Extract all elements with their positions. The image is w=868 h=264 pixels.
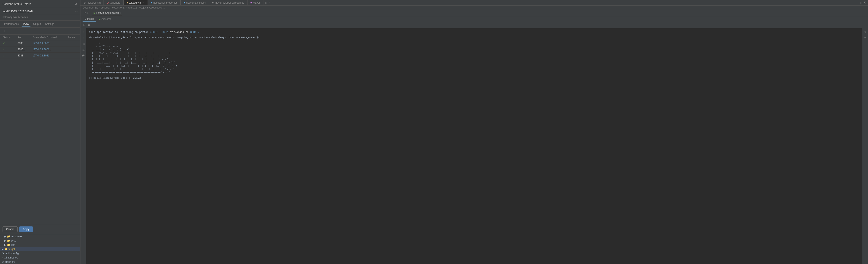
idea-info-row: IntelliJ IDEA 2023.3 EAP ··· (0, 8, 80, 15)
console-output: Your application is listening on ports: … (86, 28, 862, 264)
file-tree: ▶ 📁 resources ▶ 📁 scss ▶ 📁 test ▶ 📁 targ… (0, 234, 80, 264)
breadcrumb-item: Item 1/2 (128, 6, 137, 9)
tab-editorconfig[interactable]: ⚙ .editorconfig (81, 0, 104, 5)
no-circle-icon: ⊘ (107, 1, 109, 4)
console-tab-label: Console (85, 18, 94, 20)
status-badge: ✓ (0, 40, 15, 47)
expand-right-button[interactable]: ⇱ (864, 30, 867, 34)
ports-table: Status Port Forwarded / Exposed Name ✓ 8… (0, 34, 80, 224)
tree-item-target[interactable]: ▶ 📁 target (0, 247, 80, 251)
forwarded-link[interactable]: 127.0.0.1:36061 (30, 47, 66, 53)
close-tab-icon[interactable]: × (143, 2, 145, 4)
cancel-button[interactable]: Cancel (3, 227, 18, 232)
props-icon: ■ (151, 1, 152, 4)
tab-maven-wrapper[interactable]: ■ maven-wrapper.properties (209, 0, 247, 5)
forwarded-link[interactable]: 127.0.0.1:8081 (30, 53, 66, 59)
command-line: /home/helenk/.jdks/openjdk-21/bin/java -… (89, 36, 860, 39)
tab-label: .gitignore (110, 1, 120, 4)
status-badge: ✓ (0, 47, 15, 53)
console-more-button[interactable]: ⋮ (91, 23, 96, 27)
forwarded-link[interactable]: 127.0.0.1:8085 (30, 40, 66, 47)
console-toolbar: ↻ ■ ⋮ (81, 22, 868, 28)
port-number-43807[interactable]: 43807 ▾ (150, 30, 161, 34)
tree-item-editorconfig[interactable]: ⚙ .editorconfig (0, 251, 80, 256)
settings-right-button[interactable]: m (864, 36, 867, 40)
print-button[interactable]: ⎙ (82, 48, 85, 52)
run-label: Run (83, 11, 90, 15)
tree-item-resources[interactable]: ▶ 📁 resources (0, 234, 80, 239)
scroll-up-button[interactable]: ↑ (82, 30, 85, 34)
check-icon: ✓ (3, 48, 5, 51)
tree-item-label: .gitignore (5, 260, 15, 263)
tree-item-gitignore[interactable]: ⊘ .gitignore (0, 260, 80, 264)
indent-button[interactable]: ⇥ (82, 42, 85, 46)
tab-maven[interactable]: ■ Maven (247, 0, 264, 5)
more-button[interactable]: ··· (75, 9, 78, 13)
table-row: ✓ 36061 127.0.0.1:36061 (0, 47, 80, 53)
tab-chevron-right[interactable]: › (266, 1, 268, 4)
tab-output[interactable]: Output (32, 22, 42, 26)
json-icon: ■ (184, 1, 185, 4)
tab-devcontainer[interactable]: ■ devcontainer.json (181, 0, 209, 5)
stop-button[interactable]: ■ (87, 23, 91, 27)
expand-editor-button[interactable]: ⇱ (864, 1, 866, 4)
breadcrumb-vscode: vscode: (101, 6, 110, 9)
apply-button[interactable]: Apply (19, 227, 33, 232)
port-banner: Your application is listening on ports: … (89, 30, 860, 34)
tab-overflow-controls: ‹ › ⋮ (264, 1, 272, 4)
actuator-tab-label: Actuator (101, 18, 111, 21)
run-tab-close-icon[interactable]: × (120, 12, 121, 14)
tree-item-label: .editorconfig (5, 252, 19, 255)
reload-button[interactable]: ↻ (82, 23, 86, 27)
maven-icon: ■ (250, 1, 252, 4)
tab-more-button[interactable]: ⋮ (268, 1, 271, 4)
name-value (66, 40, 80, 47)
port-value: 8085 (15, 40, 30, 47)
tab-chevron-left[interactable]: ‹ (265, 1, 266, 4)
check-icon: ✓ (3, 54, 5, 57)
split-editor-button[interactable]: ⊞ (860, 1, 863, 4)
breadcrumb-extensions: extensions: (112, 6, 125, 9)
folder-icon: 📁 (7, 243, 10, 246)
console-gutter: ↑ ↓ ⇥ ⎙ 🗑 (81, 28, 86, 264)
col-name: Name (66, 34, 80, 40)
port-number-8081-dest[interactable]: 8081 ▾ (190, 30, 199, 34)
tab-performance[interactable]: Performance (3, 22, 21, 26)
chevron-right-icon: ▶ (4, 239, 6, 242)
tree-item-gitattributes[interactable]: ≡ .gitattributes (0, 256, 80, 260)
console-tab-console[interactable]: Console (83, 16, 96, 22)
tree-item-scss[interactable]: ▶ 📁 scss (0, 239, 80, 243)
chevron-right-icon: ▶ (2, 248, 4, 250)
props-icon: ■ (212, 1, 214, 4)
right-toolbar: ⇱ m (862, 28, 868, 264)
gear-button[interactable]: ⚙ (74, 2, 78, 6)
tab-gitpod[interactable]: ■ .gitpod.yml × (124, 0, 148, 5)
run-tab-petclinic[interactable]: ▶ PetClinicApplication × (92, 11, 122, 15)
console-tab-actuator[interactable]: ▶ Actuator (97, 17, 113, 22)
scroll-down-button[interactable]: ↓ (82, 36, 85, 40)
file-tabs-bar: ⚙ .editorconfig ⊘ .gitignore ■ .gitpod.y… (81, 0, 868, 5)
tab-gitignore[interactable]: ⊘ .gitignore (104, 0, 123, 5)
chevron-right-icon: ▶ (4, 243, 6, 246)
forwarded-text: forwarded to (170, 30, 188, 34)
port-number-8081-forwarded[interactable]: 8081 (162, 30, 168, 34)
add-port-button[interactable]: + (3, 29, 6, 33)
tree-item-label: test (11, 243, 15, 246)
git-icon: ≡ (2, 256, 3, 259)
status-badge: ✓ (0, 53, 15, 59)
tree-item-test[interactable]: ▶ 📁 test (0, 243, 80, 247)
delete-button[interactable]: 🗑 (82, 54, 85, 58)
tab-settings[interactable]: Settings (43, 22, 56, 26)
tab-ports[interactable]: Ports (21, 21, 31, 27)
tab-application-properties[interactable]: ■ application.properties (148, 0, 181, 5)
tab-label: devcontainer.json (186, 1, 206, 4)
user-email: helenk@hvm.kenam.nl (0, 15, 80, 21)
tree-item-label: resources (11, 235, 22, 238)
remove-port-button[interactable]: − (8, 29, 11, 33)
col-forwarded: Forwarded / Exposed (30, 34, 66, 40)
check-icon: ✓ (3, 42, 5, 45)
table-row: ✓ 8085 127.0.0.1:8085 (0, 40, 80, 47)
run-bar: Run ▶ PetClinicApplication × (81, 10, 868, 16)
port-value: 8081 (15, 53, 30, 59)
more-options-button[interactable]: ⋮ (13, 29, 18, 33)
